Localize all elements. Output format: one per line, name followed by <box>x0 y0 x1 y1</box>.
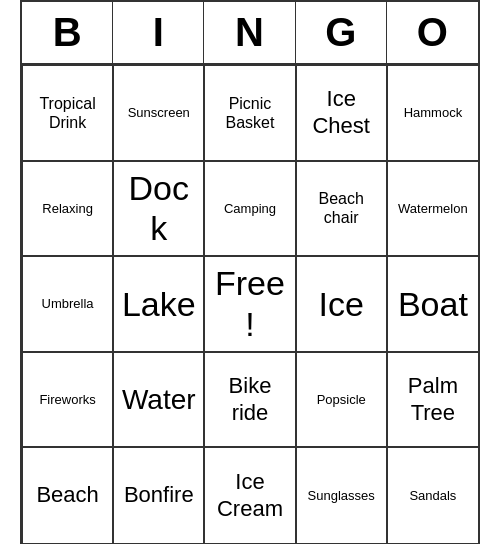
bingo-cell: Boat <box>387 256 478 352</box>
cell-text: Beach <box>36 482 98 508</box>
bingo-card: BINGO Tropical DrinkSunscreenPicnic Bask… <box>20 0 480 544</box>
bingo-cell: Free! <box>204 256 295 352</box>
bingo-cell: Hammock <box>387 65 478 161</box>
bingo-cell: Popsicle <box>296 352 387 448</box>
bingo-cell: Fireworks <box>22 352 113 448</box>
bingo-cell: Sunscreen <box>113 65 204 161</box>
bingo-cell: Lake <box>113 256 204 352</box>
bingo-cell: Sandals <box>387 447 478 543</box>
cell-text: Watermelon <box>398 201 468 217</box>
bingo-cell: Bonfire <box>113 447 204 543</box>
cell-text: Free! <box>211 263 288 345</box>
bingo-cell: Camping <box>204 161 295 257</box>
cell-text: Ice <box>319 284 364 325</box>
bingo-cell: Sunglasses <box>296 447 387 543</box>
bingo-cell: Watermelon <box>387 161 478 257</box>
cell-text: Sandals <box>409 488 456 504</box>
cell-text: Umbrella <box>42 296 94 312</box>
cell-text: Picnic Basket <box>211 94 288 132</box>
header-letter: O <box>387 2 478 63</box>
cell-text: Tropical Drink <box>29 94 106 132</box>
bingo-cell: Palm Tree <box>387 352 478 448</box>
cell-text: Ice Chest <box>303 86 380 139</box>
cell-text: Popsicle <box>317 392 366 408</box>
bingo-cell: Umbrella <box>22 256 113 352</box>
cell-text: Palm Tree <box>394 373 472 426</box>
cell-text: Sunglasses <box>308 488 375 504</box>
cell-text: Lake <box>122 284 196 325</box>
cell-text: Fireworks <box>39 392 95 408</box>
bingo-cell: Tropical Drink <box>22 65 113 161</box>
cell-text: Hammock <box>404 105 463 121</box>
bingo-cell: Ice Cream <box>204 447 295 543</box>
cell-text: Water <box>122 383 196 417</box>
cell-text: Sunscreen <box>128 105 190 121</box>
header-letter: I <box>113 2 204 63</box>
cell-text: Camping <box>224 201 276 217</box>
header-letter: B <box>22 2 113 63</box>
bingo-cell: Bike ride <box>204 352 295 448</box>
bingo-cell: Beach chair <box>296 161 387 257</box>
bingo-cell: Dock <box>113 161 204 257</box>
cell-text: Relaxing <box>42 201 93 217</box>
cell-text: Dock <box>120 168 197 250</box>
cell-text: Beach chair <box>303 189 380 227</box>
bingo-cell: Picnic Basket <box>204 65 295 161</box>
bingo-cell: Ice Chest <box>296 65 387 161</box>
header-letter: G <box>296 2 387 63</box>
bingo-grid: Tropical DrinkSunscreenPicnic BasketIce … <box>22 65 478 543</box>
bingo-cell: Relaxing <box>22 161 113 257</box>
cell-text: Bike ride <box>211 373 288 426</box>
bingo-cell: Beach <box>22 447 113 543</box>
cell-text: Boat <box>398 284 468 325</box>
header-letter: N <box>204 2 295 63</box>
bingo-header: BINGO <box>22 2 478 65</box>
bingo-cell: Water <box>113 352 204 448</box>
cell-text: Ice Cream <box>211 469 288 522</box>
cell-text: Bonfire <box>124 482 194 508</box>
bingo-cell: Ice <box>296 256 387 352</box>
